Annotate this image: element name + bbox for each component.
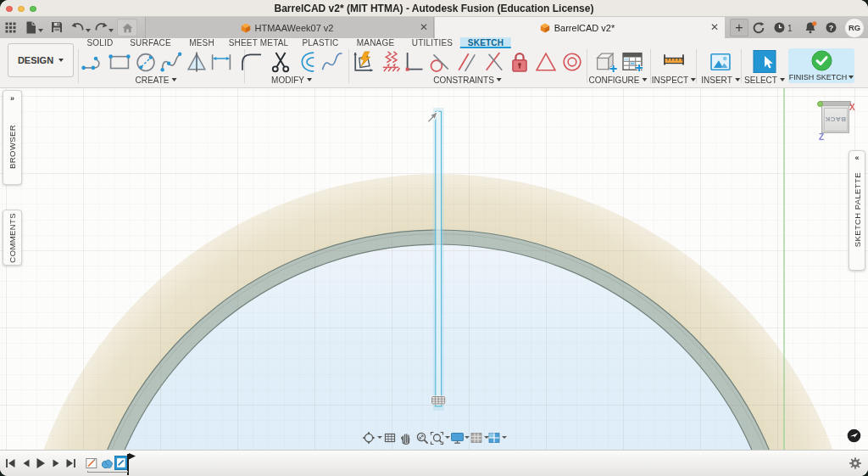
ribbon-group-inspect[interactable]: INSPECT xyxy=(652,76,696,85)
app-grid-icon[interactable] xyxy=(5,22,16,33)
auto-dimension-icon[interactable] xyxy=(351,49,376,75)
offset-tool-icon[interactable] xyxy=(293,49,319,75)
lock-constraint-icon[interactable] xyxy=(507,49,532,75)
viewcube-corner-dot[interactable] xyxy=(817,101,823,107)
close-tab-icon[interactable]: ✕ xyxy=(420,22,428,32)
ribbon-group-select[interactable]: SELECT xyxy=(744,76,785,85)
auto-constrain-icon[interactable] xyxy=(378,49,403,75)
chevron-down-icon xyxy=(497,78,502,81)
help-icon[interactable]: ? xyxy=(826,22,837,33)
ribbon-group-insert[interactable]: INSERT xyxy=(701,76,740,85)
sketch-y-axis[interactable] xyxy=(783,88,785,450)
file-menu-caret-icon[interactable] xyxy=(38,29,43,32)
tangent-constraint-icon[interactable] xyxy=(427,49,453,75)
look-at-icon[interactable] xyxy=(383,431,397,445)
configuration-icon[interactable] xyxy=(593,49,619,75)
viewcube-z-axis-label: Z xyxy=(819,132,824,142)
coincident-constraint-icon[interactable] xyxy=(481,49,507,75)
grid-settings-icon[interactable] xyxy=(470,431,483,445)
zoom-icon[interactable] xyxy=(415,431,430,445)
document-tab-active[interactable]: BarrelCAD v2* ✕ xyxy=(435,17,725,38)
save-icon[interactable] xyxy=(51,21,63,33)
undo-icon[interactable] xyxy=(71,22,84,33)
go-to-start-button[interactable] xyxy=(6,458,15,468)
comments-panel-tab[interactable]: COMMENTS xyxy=(3,210,22,266)
ribbon-group-constraints[interactable]: CONSTRAINTS xyxy=(433,76,502,85)
line-tool-icon[interactable] xyxy=(80,49,105,75)
chevrons-left-icon: « xyxy=(854,154,859,162)
fillet-tool-icon[interactable] xyxy=(239,49,264,75)
pan-icon[interactable] xyxy=(399,431,413,445)
sketch-grip-handle[interactable] xyxy=(432,396,445,404)
sketch-palette-label: SKETCH PALETTE xyxy=(853,172,862,247)
browser-panel-tab[interactable]: » BROWSER xyxy=(3,90,22,185)
workspace-tab-sheet-metal[interactable]: SHEET METAL xyxy=(229,37,289,48)
viewcube[interactable]: BACK xyxy=(821,105,849,133)
rectangle-tool-icon[interactable] xyxy=(107,49,132,75)
viewports-menu-caret-icon[interactable] xyxy=(502,436,507,439)
file-icon[interactable] xyxy=(25,21,36,34)
timeline-marker-flag[interactable] xyxy=(129,453,136,461)
mirror-tool-icon[interactable] xyxy=(184,49,209,75)
notifications-bell-icon[interactable] xyxy=(804,21,817,34)
assistant-chat-bubble[interactable] xyxy=(845,427,863,445)
workspace-tab-utilities[interactable]: UTILITIES xyxy=(412,37,453,48)
timeline-form-feature[interactable] xyxy=(101,458,114,469)
window-title: BarrelCAD v2* (MIT HTMA) - Autodesk Fusi… xyxy=(0,0,868,17)
measure-icon[interactable] xyxy=(661,49,687,75)
workspace-tab-surface[interactable]: SURFACE xyxy=(130,37,171,48)
display-settings-icon[interactable] xyxy=(450,431,465,445)
chevron-down-icon xyxy=(849,76,854,79)
concentric-constraint-icon[interactable] xyxy=(559,49,585,75)
ribbon-group-create[interactable]: CREATE xyxy=(136,76,177,85)
home-view-button[interactable] xyxy=(117,19,137,36)
finish-sketch-button[interactable]: FINISH SKETCH xyxy=(788,48,854,83)
workspace-tab-plastic[interactable]: PLASTIC xyxy=(302,37,338,48)
zoom-fit-icon[interactable] xyxy=(430,431,444,445)
workspace-tab-solid[interactable]: SOLID xyxy=(86,37,113,48)
go-to-end-button[interactable] xyxy=(66,458,75,468)
trim-tool-icon[interactable] xyxy=(268,49,293,75)
viewport-canvas[interactable]: BACK X Z xyxy=(0,88,868,450)
chevron-down-icon xyxy=(780,78,785,81)
timeline-active-sketch-feature[interactable] xyxy=(114,456,128,470)
account-avatar[interactable]: RG xyxy=(845,19,864,37)
orbit-icon[interactable] xyxy=(362,431,376,445)
undo-menu-caret-icon[interactable] xyxy=(86,29,91,32)
ribbon-group-configure[interactable]: CONFIGURE xyxy=(589,76,648,85)
timeline-settings-gear-icon[interactable] xyxy=(849,456,862,470)
chevrons-right-icon: » xyxy=(10,95,14,103)
selected-sketch-rectangle[interactable] xyxy=(420,88,459,428)
configuration-table-icon[interactable] xyxy=(620,49,645,75)
orbit-menu-caret-icon[interactable] xyxy=(377,436,382,439)
close-tab-icon[interactable]: ✕ xyxy=(710,22,719,32)
document-tab-inactive[interactable]: HTMAAWeek07 v2 ✕ xyxy=(145,17,434,38)
insert-image-icon[interactable] xyxy=(708,49,733,75)
dimension-tool-icon[interactable] xyxy=(209,49,234,75)
move-curve-tool-icon[interactable] xyxy=(320,49,345,75)
ribbon-group-modify[interactable]: MODIFY xyxy=(271,76,312,85)
spline-tool-icon[interactable] xyxy=(159,49,184,75)
polygon-constraint-icon[interactable] xyxy=(533,49,559,75)
chevron-down-icon xyxy=(307,78,312,81)
sync-status-icon[interactable] xyxy=(753,22,765,34)
new-tab-button[interactable]: + xyxy=(730,19,748,36)
timeline-sketch-feature[interactable] xyxy=(86,457,97,469)
redo-menu-caret-icon[interactable] xyxy=(108,29,114,32)
redo-icon[interactable] xyxy=(95,22,108,33)
job-status-icon[interactable] xyxy=(774,22,785,33)
design-workspace-menu[interactable]: DESIGN xyxy=(8,43,74,77)
select-tool-icon[interactable] xyxy=(753,49,777,74)
parallel-constraint-icon[interactable] xyxy=(454,49,480,75)
workspace-tab-sketch[interactable]: SKETCH xyxy=(460,37,511,48)
circle-tool-icon[interactable] xyxy=(133,49,159,75)
sketch-palette-tab[interactable]: « SKETCH PALETTE xyxy=(849,150,865,271)
perpendicular-constraint-icon[interactable] xyxy=(400,49,426,75)
step-back-button[interactable] xyxy=(21,458,31,468)
step-forward-button[interactable] xyxy=(52,458,61,468)
browser-tab-label: BROWSER xyxy=(8,125,17,169)
play-button[interactable] xyxy=(36,457,46,469)
viewports-icon[interactable] xyxy=(487,431,501,445)
workspace-tab-manage[interactable]: MANAGE xyxy=(357,37,395,48)
workspace-tab-mesh[interactable]: MESH xyxy=(189,37,214,48)
